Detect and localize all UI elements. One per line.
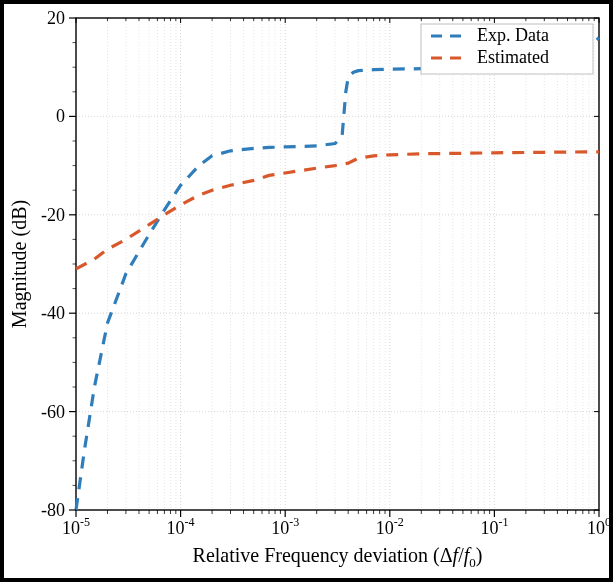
y-axis-label: Magnitude (dB) (8, 200, 31, 328)
xtick-label: 100 (587, 515, 609, 538)
series-1 (76, 152, 599, 269)
legend-entry-0: Exp. Data (477, 25, 549, 45)
series-0 (76, 38, 599, 510)
ytick-label: 20 (47, 8, 65, 28)
xtick-label: 10-3 (271, 515, 299, 538)
chart-container: 10-510-410-310-210-1100-80-60-40-20020Re… (4, 4, 609, 578)
line-chart: 10-510-410-310-210-1100-80-60-40-20020Re… (4, 4, 609, 578)
ticks: 10-510-410-310-210-1100-80-60-40-20020 (41, 8, 609, 538)
plot-frame (76, 18, 599, 510)
ytick-label: -80 (41, 500, 65, 520)
legend: Exp. DataEstimated (421, 24, 593, 74)
xtick-label: 10-4 (167, 515, 195, 538)
ytick-label: -20 (41, 205, 65, 225)
grid (76, 18, 599, 510)
xtick-label: 10-5 (62, 515, 90, 538)
xtick-label: 10-1 (480, 515, 508, 538)
legend-entry-1: Estimated (477, 47, 549, 67)
xtick-label: 10-2 (376, 515, 404, 538)
ytick-label: -60 (41, 402, 65, 422)
x-axis-label: Relative Frequency deviation (Δf/f0) (193, 544, 483, 570)
ytick-label: -40 (41, 303, 65, 323)
ytick-label: 0 (56, 106, 65, 126)
